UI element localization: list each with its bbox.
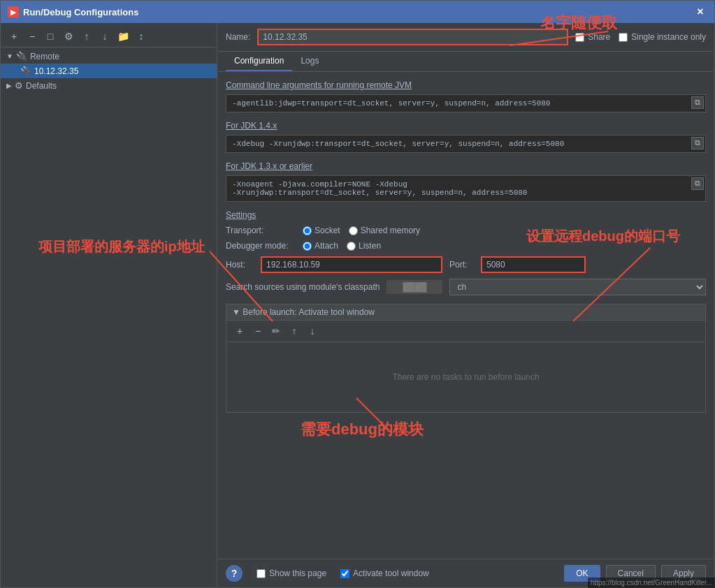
transport-row: Transport: Socket Shared memory — [226, 226, 706, 235]
debugger-mode-label: Debugger mode: — [226, 241, 296, 251]
cmd-jdk14-box: -Xdebug -Xrunjdwp:transport=dt_socket, s… — [226, 135, 706, 153]
folder-button[interactable]: 📁 — [115, 29, 131, 44]
settings-label: Settings — [226, 210, 706, 220]
name-label: Name: — [226, 32, 250, 42]
name-bar: Name: Share Single instance only — [217, 23, 714, 52]
transport-sharedmem-option[interactable]: Shared memory — [349, 226, 420, 235]
transport-socket-radio[interactable] — [303, 226, 312, 235]
transport-radio-group: Socket Shared memory — [303, 226, 420, 235]
edit-task-button[interactable]: ✏ — [268, 323, 284, 339]
name-input[interactable] — [257, 29, 568, 45]
before-launch-header[interactable]: ▼ Before launch: Activate tool window — [226, 304, 705, 321]
defaults-arrow: ▶ — [6, 82, 12, 89]
right-panel: Name: Share Single instance only — [217, 23, 714, 587]
settings-config-button[interactable]: ⚙ — [61, 29, 76, 44]
activate-tool-label: Activate tool window — [353, 568, 429, 578]
name-bar-right: Share Single instance only — [575, 32, 706, 42]
share-label: Share — [588, 32, 610, 42]
sidebar-defaults-label: Defaults — [26, 81, 57, 91]
bottom-bar-left: ? Show this page Activate tool window — [226, 565, 429, 582]
sidebar-toolbar: + − □ ⚙ ↑ ↓ 📁 ↕ — [1, 26, 217, 47]
cmd-jdk13-line2: -Xrunjdwp:transport=dt_socket, server=y,… — [232, 189, 700, 197]
cmd-jdk14-text: -Xdebug -Xrunjdwp:transport=dt_socket, s… — [232, 140, 564, 148]
show-page-label: Show this page — [269, 568, 326, 578]
sidebar-remote-label: Remote — [30, 52, 59, 61]
remove-config-button[interactable]: − — [24, 29, 40, 44]
move-up-button[interactable]: ↑ — [79, 29, 94, 44]
transport-socket-label: Socket — [315, 226, 340, 235]
transport-socket-option[interactable]: Socket — [303, 226, 340, 235]
single-instance-label: Single instance only — [631, 32, 706, 42]
activate-tool-group: Activate tool window — [340, 568, 429, 578]
debugger-mode-radio-group: Attach Listen — [303, 241, 381, 251]
classpath-hidden: ████ — [387, 280, 442, 294]
cmd-jdk5-box: -agentlib:jdwp=transport=dt_socket, serv… — [226, 94, 706, 112]
task-down-button[interactable]: ↓ — [305, 323, 320, 339]
dialog-title: Run/Debug Configurations — [23, 7, 138, 17]
add-task-button[interactable]: + — [232, 323, 247, 339]
classpath-label: Search sources using module's classpath — [226, 282, 380, 292]
single-instance-group: Single instance only — [619, 32, 706, 42]
main-content: + − □ ⚙ ↑ ↓ 📁 ↕ ▼ 🔌 Remote 🔌 — [1, 23, 714, 587]
listen-radio[interactable] — [347, 242, 356, 251]
jdk14-label: For JDK 1.4.x — [226, 121, 706, 131]
cmd-jdk5-text: -agentlib:jdwp=transport=dt_socket, serv… — [232, 99, 550, 108]
share-checkbox[interactable] — [575, 33, 584, 42]
app-icon: ▶ — [8, 6, 19, 17]
show-page-checkbox[interactable] — [257, 569, 266, 578]
add-config-button[interactable]: + — [6, 29, 22, 44]
classpath-select[interactable]: ch — [449, 279, 706, 295]
tab-logs[interactable]: Logs — [292, 52, 327, 71]
copy-cmd-jdk13-button[interactable]: ⧉ — [691, 177, 704, 190]
host-label: Host: — [226, 260, 254, 270]
title-bar: ▶ Run/Debug Configurations × — [1, 1, 714, 23]
share-checkbox-group: Share — [575, 32, 610, 42]
before-launch-empty-message: There are no tasks to run before launch — [226, 342, 705, 412]
host-port-row: Host: Port: — [226, 256, 706, 273]
watermark: https://blog.csdn.net/GreenHandKiller... — [588, 578, 715, 588]
tab-configuration[interactable]: Configuration — [226, 52, 292, 71]
config-content: Command line arguments for running remot… — [217, 72, 714, 559]
attach-label: Attach — [315, 241, 338, 251]
single-instance-checkbox[interactable] — [619, 33, 628, 42]
attach-radio[interactable] — [303, 242, 312, 251]
copy-cmd-jdk5-button[interactable]: ⧉ — [691, 96, 704, 109]
sidebar-section: ▼ 🔌 Remote 🔌 10.12.32.35 ▶ ⚙ Defaults — [1, 47, 217, 94]
tabs: Configuration Logs — [217, 52, 714, 72]
activate-tool-checkbox[interactable] — [340, 569, 349, 578]
before-launch-toolbar: + − ✏ ↑ ↓ — [226, 321, 705, 342]
transport-sharedmem-label: Shared memory — [361, 226, 420, 235]
help-button[interactable]: ? — [226, 565, 243, 582]
show-page-group: Show this page — [257, 568, 326, 578]
cmd-section-label: Command line arguments for running remot… — [226, 80, 706, 90]
sidebar: + − □ ⚙ ↑ ↓ 📁 ↕ ▼ 🔌 Remote 🔌 — [1, 23, 217, 587]
transport-sharedmem-radio[interactable] — [349, 226, 358, 235]
empty-message-text: There are no tasks to run before launch — [392, 372, 539, 382]
close-button[interactable]: × — [693, 5, 707, 19]
port-input[interactable] — [481, 256, 586, 273]
settings-section: Settings Transport: Socket — [226, 210, 706, 295]
config-icon: 🔌 — [20, 66, 31, 76]
copy-cmd-jdk14-button[interactable]: ⧉ — [691, 137, 704, 149]
cmd-jdk13-line1: -Xnoagent -Djava.compiler=NONE -Xdebug — [232, 180, 700, 189]
move-down-button[interactable]: ↓ — [97, 29, 113, 44]
listen-label: Listen — [359, 241, 381, 251]
listen-option[interactable]: Listen — [347, 241, 381, 251]
sidebar-item-remote[interactable]: ▼ 🔌 Remote — [1, 49, 217, 64]
remote-icon: 🔌 — [16, 51, 27, 61]
attach-option[interactable]: Attach — [303, 241, 338, 251]
sidebar-item-defaults[interactable]: ▶ ⚙ Defaults — [1, 78, 217, 93]
defaults-icon: ⚙ — [15, 80, 23, 91]
sort-button[interactable]: ↕ — [133, 29, 149, 44]
expand-arrow: ▼ — [6, 52, 13, 60]
transport-label: Transport: — [226, 226, 296, 235]
copy-config-button[interactable]: □ — [43, 29, 58, 44]
before-launch-title: ▼ Before launch: Activate tool window — [232, 307, 375, 317]
debugger-mode-row: Debugger mode: Attach Listen — [226, 241, 706, 251]
sidebar-item-config[interactable]: 🔌 10.12.32.35 — [1, 64, 217, 78]
before-launch-section: ▼ Before launch: Activate tool window + … — [226, 304, 706, 413]
task-up-button[interactable]: ↑ — [287, 323, 302, 339]
host-input[interactable] — [261, 256, 442, 273]
sidebar-config-label: 10.12.32.35 — [34, 66, 78, 76]
remove-task-button[interactable]: − — [250, 323, 266, 339]
